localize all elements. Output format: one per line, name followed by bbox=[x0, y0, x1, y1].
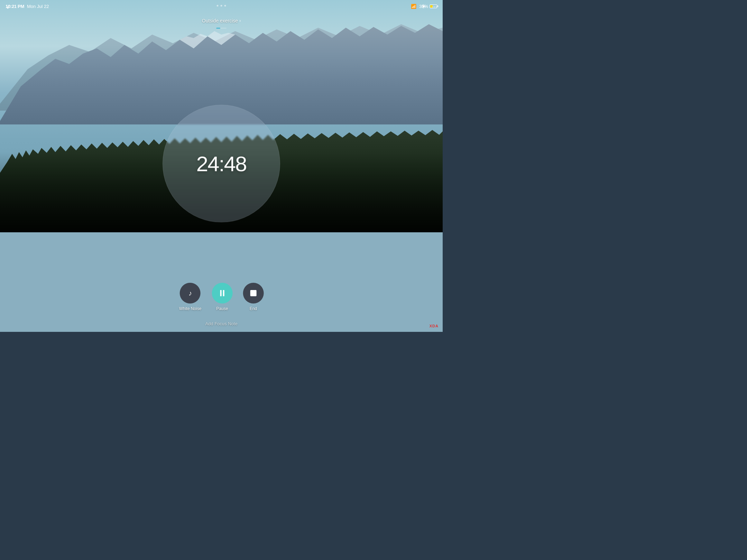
end-button[interactable]: End bbox=[243, 283, 264, 311]
xda-logo: XDA bbox=[430, 324, 439, 328]
white-noise-label: White Noise bbox=[179, 306, 202, 311]
page-dot-2 bbox=[221, 5, 222, 7]
focus-chevron-icon: › bbox=[239, 18, 241, 23]
top-right-controls: ☀ ··· bbox=[421, 3, 437, 10]
page-dot-3 bbox=[224, 5, 226, 7]
collapse-button[interactable]: ∨ bbox=[6, 3, 10, 10]
timer-display: 24:48 bbox=[196, 151, 246, 176]
white-noise-button[interactable]: ♪ White Noise bbox=[179, 283, 202, 311]
pause-button[interactable]: Pause bbox=[212, 283, 232, 311]
white-noise-circle: ♪ bbox=[180, 283, 201, 304]
progress-bar-fill bbox=[216, 28, 220, 29]
pause-label: Pause bbox=[216, 306, 228, 311]
timer-circle: 24:48 bbox=[163, 105, 280, 222]
xda-logo-text: XDA bbox=[430, 324, 439, 328]
page-dots bbox=[217, 5, 226, 7]
more-options-icon[interactable]: ··· bbox=[432, 3, 437, 10]
end-circle bbox=[243, 283, 264, 304]
chevron-down-icon: ∨ bbox=[6, 3, 10, 10]
add-focus-note-button[interactable]: Add Focus Note bbox=[205, 321, 237, 326]
bottom-controls: ♪ White Noise Pause End bbox=[179, 283, 264, 311]
pause-circle bbox=[212, 283, 232, 304]
stop-icon bbox=[250, 290, 256, 296]
wifi-icon: 📶 bbox=[411, 4, 416, 9]
sun-icon[interactable]: ☀ bbox=[421, 3, 426, 10]
page-dot-1 bbox=[217, 5, 219, 7]
control-buttons: ♪ White Noise Pause End bbox=[179, 283, 264, 311]
pause-icon bbox=[220, 290, 224, 296]
status-date: Mon Jul 22 bbox=[27, 4, 49, 9]
add-focus-note-label: Add Focus Note bbox=[205, 321, 237, 326]
end-label: End bbox=[250, 306, 257, 311]
music-note-icon: ♪ bbox=[188, 289, 192, 297]
focus-label[interactable]: Outside exercise › bbox=[202, 18, 241, 24]
progress-bar-container bbox=[216, 28, 227, 29]
focus-mode-name: Outside exercise bbox=[202, 18, 238, 24]
